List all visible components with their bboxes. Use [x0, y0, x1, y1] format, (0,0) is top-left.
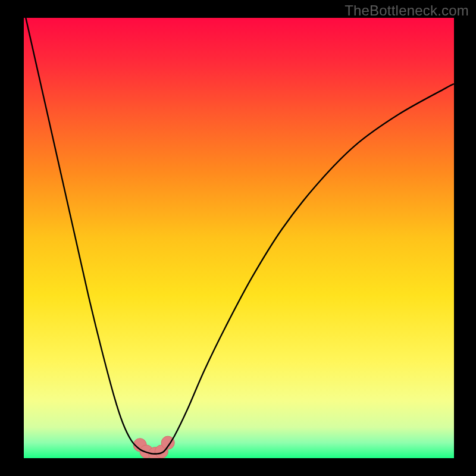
watermark-text: TheBottleneck.com [345, 2, 469, 19]
chart-svg [24, 18, 454, 458]
plot-area [24, 18, 454, 458]
gradient-background [24, 18, 454, 458]
chart-stage: TheBottleneck.com [0, 0, 476, 476]
